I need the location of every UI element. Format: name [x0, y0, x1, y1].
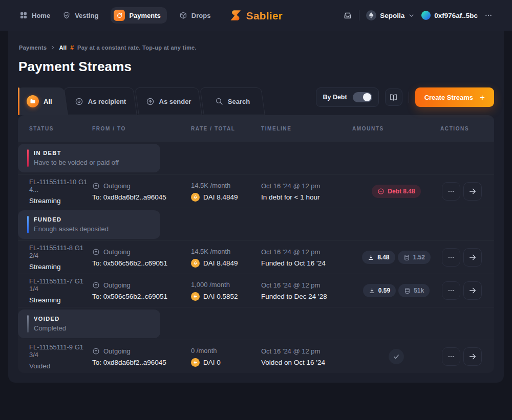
timeline-status: Voided on Oct 16 '24	[261, 359, 352, 366]
settled-check-badge	[389, 349, 404, 364]
stream-total: DAI 0.5852	[203, 293, 238, 300]
dai-token-icon	[191, 292, 200, 301]
outgoing-icon	[92, 182, 100, 190]
dai-token-icon	[191, 259, 200, 268]
stream-rate: 1,000 /month	[191, 281, 261, 289]
cube-icon	[179, 11, 187, 19]
stream-status: Voided	[29, 362, 92, 370]
arrow-right-icon	[468, 286, 477, 295]
row-open-button[interactable]	[463, 248, 482, 267]
withdrawn-badge: 8.48	[362, 251, 395, 264]
nav-vesting[interactable]: Vesting	[62, 11, 98, 19]
database-icon	[404, 288, 411, 294]
header-from-to: FROM / TO	[92, 126, 191, 131]
stream-rate: 0 /month	[191, 347, 261, 355]
section-funded: FUNDED Enough assets deposited	[18, 208, 494, 240]
row-more-button[interactable]	[442, 248, 460, 267]
stream-status: Streaming	[29, 263, 92, 271]
stream-status: Streaming	[29, 296, 92, 304]
nav-home-label: Home	[32, 12, 50, 19]
outgoing-icon	[92, 281, 100, 289]
direction-label: Outgoing	[103, 248, 131, 256]
header-timeline: TIMELINE	[261, 126, 352, 131]
header-actions: ACTIONS	[440, 126, 483, 131]
breadcrumb-description: Pay at a constant rate. Top-up at any ti…	[77, 45, 197, 51]
deposited-badge: 51k	[398, 284, 430, 297]
breadcrumb-payments[interactable]: Payments	[19, 45, 47, 51]
hash-icon: #	[70, 44, 74, 51]
create-streams-button[interactable]: Create Streams +	[415, 87, 494, 107]
section-accent-bar	[27, 149, 29, 167]
nav-drops[interactable]: Drops	[179, 11, 211, 19]
stream-row[interactable]: FL-11155111-10 G1 4... Streaming Outgoin…	[18, 174, 494, 208]
stream-status: Streaming	[29, 197, 92, 205]
timeline-status: Funded to Oct 16 '24	[261, 259, 352, 267]
section-description: Have to be voided or paid off	[34, 159, 160, 166]
network-label: Sepolia	[380, 12, 404, 19]
stream-row[interactable]: FL-11155111-7 G1 1/4 Streaming Outgoing …	[18, 274, 494, 307]
nav-payments[interactable]: Payments	[111, 7, 166, 24]
main-nav: Home Vesting Payments Drops	[19, 7, 210, 24]
stream-date: Oct 16 '24 @ 12 pm	[261, 182, 352, 190]
row-open-button[interactable]	[463, 347, 482, 366]
stream-row[interactable]: FL-11155111-9 G1 3/4 Voided Outgoing To:…	[18, 340, 494, 373]
wallet-account[interactable]: 0xf976af..5bc	[421, 11, 478, 20]
table-body: IN DEBT Have to be voided or paid off FL…	[18, 142, 494, 373]
tab-as-recipient[interactable]: As recipient	[66, 87, 135, 115]
ellipsis-icon	[447, 287, 455, 294]
network-selector[interactable]: Sepolia	[366, 10, 415, 20]
row-more-button[interactable]	[442, 347, 460, 366]
tab-as-sender[interactable]: As sender	[137, 87, 200, 115]
ellipsis-icon	[447, 353, 455, 360]
deposited-badge: 1.52	[398, 251, 431, 264]
tab-search[interactable]: Search	[202, 87, 263, 115]
arrow-right-icon	[468, 352, 477, 361]
stream-id: FL-11155111-8 G1 2/4	[29, 244, 92, 259]
outgoing-icon	[92, 248, 100, 256]
tab-as-recipient-label: As recipient	[88, 98, 126, 105]
row-more-button[interactable]	[442, 281, 460, 300]
nav-home[interactable]: Home	[19, 11, 50, 19]
ellipsis-icon	[447, 254, 455, 261]
by-debt-toggle[interactable]	[353, 92, 372, 102]
stream-date: Oct 16 '24 @ 12 pm	[261, 347, 352, 355]
stream-row[interactable]: FL-11155111-8 G1 2/4 Streaming Outgoing …	[18, 240, 494, 274]
dai-token-icon	[191, 193, 200, 202]
recipient-address: To: 0xd8da6bf2..a96045	[92, 193, 191, 201]
nav-drops-label: Drops	[191, 12, 211, 19]
stream-id: FL-11155111-10 G1 4...	[29, 178, 92, 193]
section-label: FUNDED	[34, 216, 160, 223]
inbox-icon[interactable]	[343, 11, 352, 20]
dai-token-icon	[191, 358, 200, 367]
docs-button[interactable]	[385, 89, 402, 106]
section-description: Enough assets deposited	[34, 225, 160, 233]
grid-icon	[19, 11, 28, 19]
recipient-address: To: 0xd8da6bf2..a96045	[92, 359, 191, 366]
tab-all-label: All	[44, 98, 52, 105]
toolbar-right: By Debt Create Streams +	[316, 87, 494, 107]
by-debt-filter[interactable]: By Debt	[316, 87, 378, 107]
folder-icon	[27, 95, 39, 107]
stream-rate: 14.5K /month	[191, 248, 261, 255]
tab-search-label: Search	[228, 98, 250, 105]
arrow-down-circle-icon	[75, 97, 83, 106]
breadcrumb-all[interactable]: All	[59, 45, 67, 51]
sablier-logo[interactable]: Sablier	[229, 9, 283, 22]
direction-label: Outgoing	[103, 182, 131, 190]
stream-id: FL-11155111-9 G1 3/4	[29, 343, 92, 359]
stream-total: DAI 8.4849	[203, 193, 238, 201]
more-menu-icon[interactable]	[484, 11, 493, 19]
chevron-right-icon	[50, 45, 55, 50]
download-icon	[368, 254, 374, 261]
tab-all[interactable]: All	[18, 87, 64, 115]
outgoing-icon	[92, 347, 100, 355]
chevron-down-icon	[408, 12, 415, 19]
row-open-button[interactable]	[463, 182, 482, 201]
payments-icon	[114, 10, 125, 21]
stream-date: Oct 16 '24 @ 12 pm	[261, 248, 352, 256]
recipient-address: To: 0x506c56b2..c69051	[92, 259, 191, 267]
row-open-button[interactable]	[463, 281, 482, 300]
row-more-button[interactable]	[442, 182, 460, 201]
minus-circle-icon	[377, 188, 385, 195]
section-label: IN DEBT	[34, 150, 160, 156]
